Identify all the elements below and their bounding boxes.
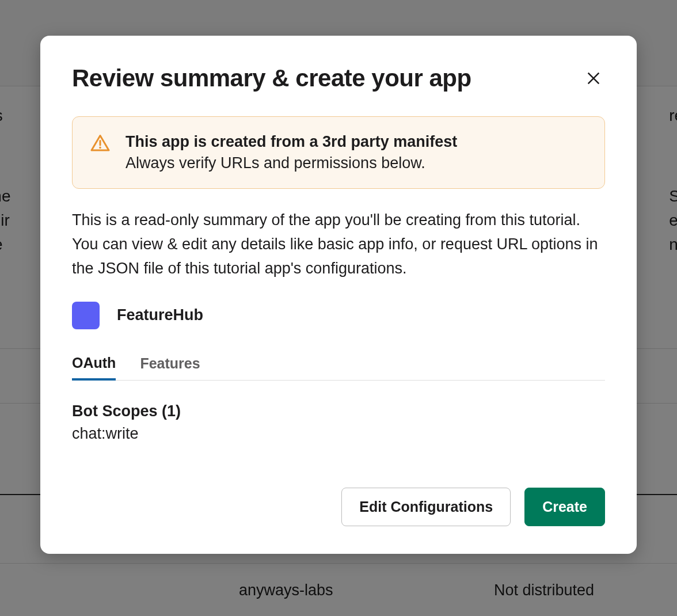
- bot-scopes-heading: Bot Scopes (1): [72, 402, 605, 420]
- close-icon: [585, 70, 602, 88]
- scope-item: chat:write: [72, 425, 605, 443]
- warning-banner: This app is created from a 3rd party man…: [72, 116, 605, 189]
- summary-description: This is a read-only summary of the app y…: [72, 208, 605, 281]
- tab-oauth[interactable]: OAuth: [72, 355, 116, 381]
- tabs: OAuth Features: [72, 355, 605, 381]
- edit-configurations-button[interactable]: Edit Configurations: [341, 488, 511, 526]
- app-identity-row: FeatureHub: [72, 302, 605, 329]
- app-name: FeatureHub: [117, 306, 203, 324]
- app-icon: [72, 302, 100, 329]
- warning-subtitle: Always verify URLs and permissions below…: [125, 154, 457, 172]
- modal-footer: Edit Configurations Create: [72, 488, 605, 526]
- svg-point-1: [99, 147, 101, 149]
- modal-title: Review summary & create your app: [72, 64, 471, 92]
- create-button[interactable]: Create: [524, 488, 605, 526]
- create-app-modal: Review summary & create your app This ap…: [40, 36, 637, 554]
- warning-title: This app is created from a 3rd party man…: [125, 133, 457, 151]
- close-button[interactable]: [582, 67, 605, 92]
- bot-scopes-section: Bot Scopes (1) chat:write: [72, 402, 605, 443]
- warning-icon: [90, 133, 111, 156]
- tab-features[interactable]: Features: [140, 355, 200, 380]
